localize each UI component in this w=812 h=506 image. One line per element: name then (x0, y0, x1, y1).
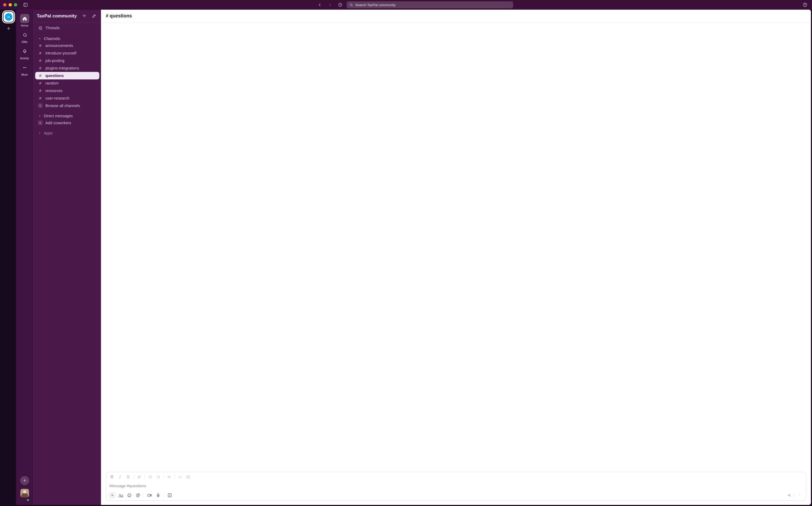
composer-input[interactable]: Message #questions (106, 482, 806, 490)
format-link-button[interactable] (135, 474, 143, 480)
composer-placeholder: Message #questions (109, 484, 146, 488)
home-icon (22, 16, 27, 21)
format-strike-button[interactable]: S (124, 474, 132, 480)
nav-dms[interactable]: DMs (18, 29, 31, 45)
ordered-list-icon: 123 (148, 475, 152, 479)
svg-text:3: 3 (148, 477, 149, 479)
svg-line-27 (41, 123, 41, 124)
compose-button[interactable] (90, 12, 98, 20)
minimize-window-button[interactable] (9, 3, 12, 6)
svg-marker-22 (39, 38, 41, 39)
composer-format-toolbar: B I S 123 (106, 472, 806, 482)
titlebar: Search TaxPal community (0, 0, 812, 10)
composer-action-toolbar: Aa @ (106, 490, 806, 500)
maximize-window-button[interactable] (14, 3, 17, 6)
browse-channels-label: Browse all channels (46, 103, 80, 108)
workspace-name: TaxPal community (37, 13, 78, 19)
compose-icon (92, 14, 96, 18)
history-back-button[interactable] (316, 1, 323, 9)
channel-header[interactable]: # questions (101, 10, 811, 22)
channels-section-header[interactable]: Channels (35, 34, 99, 42)
channel-title: # questions (106, 13, 132, 19)
nav-home[interactable]: Home (18, 12, 31, 29)
svg-point-13 (24, 67, 25, 68)
caret-down-icon (39, 37, 41, 40)
nav-rail: Home DMs Activity More (16, 10, 33, 505)
attach-button[interactable] (108, 492, 116, 499)
help-button[interactable] (801, 1, 809, 9)
svg-point-48 (128, 494, 131, 497)
svg-rect-51 (148, 494, 150, 496)
shortcuts-button[interactable] (166, 492, 174, 499)
strikethrough-icon: S (127, 475, 130, 480)
add-coworkers-item[interactable]: Add coworkers (35, 119, 99, 126)
nav-activity[interactable]: Activity (18, 45, 31, 62)
workspace-switcher[interactable] (3, 12, 14, 22)
workspace-rail (1, 10, 16, 505)
caret-right-icon (39, 132, 41, 135)
formatting-icon: Aa (119, 493, 123, 498)
svg-line-4 (352, 5, 353, 6)
format-bullet-list-button[interactable] (154, 474, 162, 480)
plus-icon (110, 493, 114, 497)
history-forward-button[interactable] (326, 1, 334, 9)
format-codeblock-button[interactable] (184, 474, 192, 480)
format-code-button[interactable] (176, 474, 184, 480)
svg-line-24 (41, 106, 41, 107)
hash-icon: # (38, 44, 43, 48)
channel-item-announcements[interactable]: #announcements (35, 42, 99, 50)
hash-icon: # (38, 81, 43, 85)
audio-button[interactable] (154, 492, 162, 499)
user-menu[interactable] (20, 489, 29, 501)
arrow-right-icon (327, 2, 333, 7)
channel-item-job-posting[interactable]: #job-posting (35, 57, 99, 64)
filter-button[interactable] (81, 12, 88, 20)
add-coworkers-label: Add coworkers (46, 121, 71, 125)
code-icon (178, 475, 182, 479)
hash-icon: # (38, 89, 43, 93)
format-italic-button[interactable]: I (116, 474, 124, 480)
threads-item[interactable]: Threads (35, 24, 99, 32)
hash-icon: # (38, 74, 43, 78)
history-button[interactable] (337, 1, 344, 9)
dms-icon (22, 32, 27, 37)
video-button[interactable] (146, 492, 154, 499)
emoji-button[interactable] (125, 492, 134, 499)
toggle-sidebar-button[interactable] (23, 2, 28, 7)
nav-activity-label: Activity (20, 57, 29, 60)
browse-channels-item[interactable]: Browse all channels (35, 102, 99, 109)
dms-section-header[interactable]: Direct messages (35, 112, 99, 119)
format-quote-button[interactable] (165, 474, 173, 480)
search-input[interactable]: Search TaxPal community (347, 1, 513, 8)
channel-item-random[interactable]: #random (35, 79, 99, 87)
format-bold-button[interactable]: B (108, 474, 116, 480)
channel-item-plugins-integrations[interactable]: #plugins-integrations (35, 64, 99, 72)
plus-icon (22, 478, 27, 483)
format-ordered-list-button[interactable]: 123 (146, 474, 154, 480)
arrow-left-icon (317, 2, 322, 7)
formatting-toggle-button[interactable]: Aa (117, 492, 125, 499)
send-button[interactable] (785, 492, 793, 499)
help-icon (803, 2, 807, 7)
hash-icon: # (38, 66, 43, 70)
svg-point-38 (157, 476, 157, 476)
video-icon (147, 493, 152, 498)
workspace-header[interactable]: TaxPal community (33, 10, 101, 22)
svg-marker-28 (40, 133, 40, 134)
italic-icon: I (120, 475, 121, 480)
close-window-button[interactable] (3, 3, 6, 6)
apps-section-header[interactable]: Apps (35, 129, 99, 136)
channel-item-questions[interactable]: #questions (35, 72, 99, 79)
channel-item-label: introduce-yourself (46, 51, 76, 55)
mention-button[interactable]: @ (134, 492, 142, 499)
channel-item-introduce-yourself[interactable]: #introduce-yourself (35, 50, 99, 57)
add-workspace-button[interactable] (4, 24, 13, 33)
bold-icon: B (110, 475, 114, 480)
channel-item-label: job-posting (46, 59, 64, 63)
channel-item-resources[interactable]: #resources (35, 87, 99, 94)
send-options-button[interactable] (796, 492, 804, 499)
create-new-button[interactable] (20, 476, 29, 485)
channel-item-label: resources (46, 89, 63, 93)
channel-item-user-research[interactable]: #user-research (35, 94, 99, 102)
nav-more[interactable]: More (18, 62, 31, 78)
